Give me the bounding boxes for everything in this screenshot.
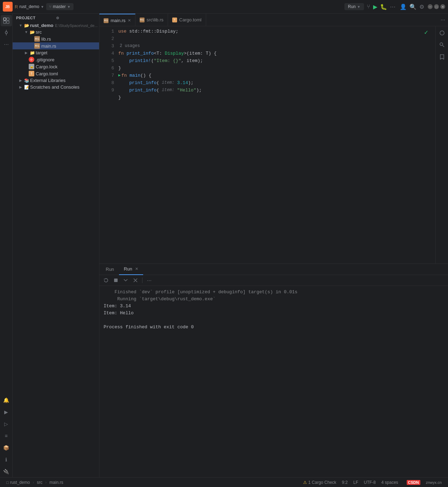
code-content[interactable]: use std::fmt::Display; 2 usages fn print… [117, 26, 435, 263]
minimize-button[interactable]: ─ [428, 4, 433, 9]
tool-more-icon[interactable]: ⋯ [145, 276, 153, 284]
tab-main-rs-label: main.rs [111, 18, 126, 23]
tree-label-main-rs: main.rs [41, 43, 56, 49]
tab-cargo-toml-label: Cargo.toml [179, 17, 202, 22]
tree-arrow-src: ▼ [24, 30, 29, 34]
branch-icon: ⑂ [49, 4, 51, 9]
status-cargo-check[interactable]: ⚠ 1 Cargo Check [300, 478, 339, 487]
file-saved-checkmark: ✓ [424, 29, 428, 36]
project-name[interactable]: rust_demo [19, 4, 39, 9]
tab-main-rs-icon: RS [104, 18, 108, 23]
status-file-label: main.rs [49, 480, 63, 485]
svg-point-9 [440, 31, 444, 35]
bottom-tab-run-active-label: Run [124, 266, 132, 272]
lib-rs-icon: RS [34, 36, 40, 42]
tree-label-src: src [36, 29, 42, 35]
code-editor[interactable]: 1 2 3 4 5 6 7 8 9 [99, 26, 435, 263]
status-src[interactable]: src [34, 478, 45, 487]
activity-bar: ⋯ 🔔 ▶ ▷ ≡ 📦 ℹ 🔌 [0, 14, 13, 477]
status-znwyx[interactable]: znwyx.cn [423, 478, 444, 487]
sidebar-settings-icon[interactable]: ⚙ [56, 16, 96, 20]
tree-item-external[interactable]: ▶ 📚 External Libraries [13, 77, 99, 84]
tree-item-src[interactable]: ▼ 📂 src [13, 29, 99, 35]
tree-item-cargo-lock[interactable]: ▶ 🔒 Cargo.lock [13, 63, 99, 70]
tab-lib-rs-icon: RS [140, 18, 145, 22]
main-rs-icon: RS [34, 43, 40, 49]
status-src-label: src [37, 480, 42, 485]
line-numbers: 1 2 3 4 5 6 7 8 9 [99, 26, 117, 263]
maximize-button[interactable]: □ [434, 4, 439, 9]
tree-item-gitignore[interactable]: ▶ ⊘ .gitignore [13, 56, 99, 63]
tool-clear-icon[interactable] [132, 276, 139, 284]
status-file[interactable]: main.rs [47, 478, 66, 487]
more-icon[interactable]: ⋯ [390, 4, 396, 10]
tab-main-rs-close[interactable]: ✕ [128, 18, 131, 23]
activity-run-widget-icon[interactable]: ▶ [1, 406, 12, 418]
tree-item-rust-demo[interactable]: ▼ 📂 rust_demo E:\StudySpace\rust_de... [13, 22, 99, 29]
activity-list-icon[interactable]: ≡ [1, 430, 12, 441]
cargo-toml-icon: T [29, 71, 34, 76]
tree-label-external: External Libraries [30, 78, 65, 83]
status-bar: □ rust_demo › src › main.rs ⚠ 1 Cargo Ch… [0, 477, 448, 487]
terminal-output: Finished `dev` profile [unoptimized + de… [99, 286, 448, 477]
activity-notifications-icon[interactable]: 🔔 [1, 395, 12, 406]
right-gutter [435, 26, 448, 263]
vcs-icon[interactable]: ⑂ [367, 4, 370, 10]
code-line-1: use std::fmt::Display; [117, 28, 435, 35]
activity-run2-icon[interactable]: ▷ [1, 418, 12, 430]
bottom-tab-run-active[interactable]: Run ✕ [119, 264, 143, 275]
tool-stop-icon[interactable] [112, 276, 120, 284]
settings-icon[interactable]: ⚙ [419, 4, 424, 10]
run-label: Run [348, 4, 356, 9]
tab-menu-button[interactable]: ⋯ [438, 17, 448, 22]
status-indent[interactable]: 4 spaces [379, 478, 401, 487]
gutter-find-icon[interactable] [437, 40, 447, 50]
tool-scroll-icon[interactable] [122, 276, 130, 284]
tab-cargo-toml[interactable]: T Cargo.toml [168, 14, 206, 26]
svg-rect-5 [7, 21, 9, 23]
status-encoding[interactable]: UTF-8 [361, 478, 379, 487]
tree-item-scratches[interactable]: ▶ 📝 Scratches and Consoles [13, 84, 99, 90]
activity-info-icon[interactable]: ℹ [1, 454, 12, 465]
gutter-bookmark-icon[interactable] [437, 52, 447, 62]
status-lf[interactable]: LF [351, 478, 361, 487]
search-icon[interactable]: 🔍 [410, 4, 416, 10]
status-line-col[interactable]: 9:2 [339, 478, 351, 487]
activity-commit-icon[interactable] [1, 27, 12, 38]
activity-more-icon[interactable]: ⋯ [1, 39, 12, 50]
gutter-notifications-icon[interactable] [437, 28, 447, 38]
rust-icon: R [15, 4, 18, 9]
tree-label-lib-rs: lib.rs [41, 36, 51, 42]
profile-icon[interactable]: 👤 [400, 4, 407, 10]
code-line-3: 2 usages [117, 42, 435, 50]
bottom-tab-run-inactive[interactable]: Run [101, 264, 119, 275]
status-project[interactable]: □ rust_demo [4, 478, 33, 487]
run-button[interactable]: Run ▼ [344, 3, 364, 10]
tree-item-main-rs[interactable]: ▶ RS main.rs [13, 42, 99, 49]
activity-project-icon[interactable] [1, 15, 12, 26]
term-line-5 [104, 317, 444, 324]
activity-plugins-icon[interactable]: 🔌 [1, 466, 12, 477]
tab-lib-rs[interactable]: RS src\lib.rs [135, 14, 168, 26]
tree-label-cargo-toml: Cargo.toml [36, 71, 58, 76]
code-line-4: println!("Item: {}", item); [117, 57, 435, 64]
tree-item-target[interactable]: ▶ 📁 target [13, 49, 99, 56]
branch-selector[interactable]: ⑂ master ▼ [46, 3, 74, 10]
tool-rerun-icon[interactable] [102, 276, 110, 284]
run-gutter-icon[interactable]: ▶ [118, 72, 121, 79]
activity-packages-icon[interactable]: 📦 [1, 442, 12, 453]
tab-main-rs[interactable]: RS main.rs ✕ [99, 14, 135, 26]
svg-rect-12 [114, 279, 118, 282]
editor-main: 1 2 3 4 5 6 7 8 9 [99, 26, 448, 263]
bottom-tab-close[interactable]: ✕ [135, 267, 138, 271]
bottom-tab-run-inactive-label: Run [106, 267, 114, 272]
tree-item-lib-rs[interactable]: ▶ RS lib.rs [13, 35, 99, 42]
tab-cargo-toml-icon: T [172, 18, 177, 22]
code-line-3b: fn print_info<T: Display>(item: T) { [117, 50, 435, 57]
close-button[interactable]: ✕ [440, 4, 445, 9]
svg-rect-4 [7, 18, 9, 20]
tree-item-cargo-toml[interactable]: ▶ T Cargo.toml [13, 70, 99, 77]
run-play-icon[interactable]: ▶ [373, 4, 377, 10]
debug-icon[interactable]: 🐛 [380, 4, 387, 10]
status-csdn[interactable]: CSDN [404, 478, 423, 487]
